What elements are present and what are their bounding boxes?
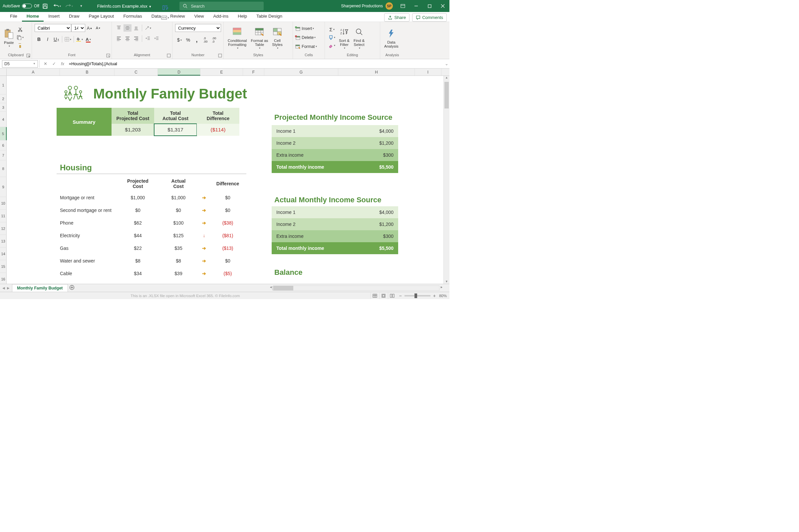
- row-header-13[interactable]: 13: [0, 235, 7, 248]
- col-header-H[interactable]: H: [338, 69, 415, 76]
- align-center-icon[interactable]: [124, 35, 131, 42]
- row-headers[interactable]: 12345678910111213141516: [0, 76, 7, 284]
- row-header-16[interactable]: 16: [0, 273, 7, 284]
- minimize-icon[interactable]: [409, 0, 423, 12]
- row-header-5[interactable]: 5: [0, 127, 7, 140]
- autosum-icon[interactable]: Σ▾: [328, 26, 336, 33]
- col-header-B[interactable]: B: [60, 69, 114, 76]
- fill-color-icon[interactable]: ▾: [76, 36, 83, 43]
- align-right-icon[interactable]: [132, 35, 140, 42]
- col-header-E[interactable]: E: [200, 69, 243, 76]
- percent-icon[interactable]: %: [184, 36, 192, 43]
- file-name[interactable]: FileInfo.com Example.xlsx ▼: [97, 4, 152, 8]
- expand-formula-bar-icon[interactable]: ⌄: [443, 61, 449, 66]
- tab-page-layout[interactable]: Page Layout: [84, 12, 119, 22]
- font-color-icon[interactable]: A▾: [84, 36, 92, 43]
- decrease-font-icon[interactable]: A▼: [94, 24, 102, 32]
- delete-cells-button[interactable]: Delete▾: [294, 35, 316, 40]
- find-select-button[interactable]: Find & Select▾: [352, 25, 367, 50]
- font-name-select[interactable]: Calibri: [35, 24, 71, 32]
- decrease-indent-icon[interactable]: [144, 35, 152, 42]
- align-middle-icon[interactable]: [124, 24, 131, 32]
- format-as-table-button[interactable]: Format as Table▾: [249, 25, 270, 50]
- tab-draw[interactable]: Draw: [64, 12, 84, 22]
- alignment-launcher-icon[interactable]: [167, 54, 171, 58]
- horizontal-scrollbar[interactable]: ◄►: [273, 285, 440, 291]
- merge-icon[interactable]: ▾: [161, 14, 169, 21]
- fill-icon[interactable]: ▾: [328, 34, 336, 41]
- row-header-4[interactable]: 4: [0, 112, 7, 127]
- align-left-icon[interactable]: [115, 35, 123, 42]
- col-header-C[interactable]: C: [114, 69, 158, 76]
- font-launcher-icon[interactable]: [106, 54, 110, 58]
- cell-styles-button[interactable]: Cell Styles▾: [270, 25, 284, 50]
- zoom-level[interactable]: 80%: [439, 294, 447, 298]
- col-header-F[interactable]: F: [243, 69, 264, 76]
- col-header-A[interactable]: A: [7, 69, 60, 76]
- cancel-formula-icon[interactable]: ✕: [41, 60, 50, 68]
- decrease-decimal-icon[interactable]: .00.0: [210, 36, 218, 43]
- italic-icon[interactable]: I: [43, 36, 52, 43]
- normal-view-icon[interactable]: [371, 292, 379, 299]
- search-box[interactable]: Search: [180, 2, 264, 10]
- tab-view[interactable]: View: [189, 12, 208, 22]
- sort-filter-button[interactable]: AZ Sort & Filter▾: [337, 25, 352, 50]
- data-analysis-button[interactable]: Data Analysis: [382, 26, 401, 49]
- ribbon-display-icon[interactable]: [396, 0, 409, 12]
- add-sheet-button[interactable]: [68, 285, 76, 291]
- number-launcher-icon[interactable]: [218, 54, 222, 58]
- autosave-toggle[interactable]: AutoSave Off: [3, 4, 39, 8]
- font-size-select[interactable]: 14: [71, 24, 85, 32]
- wrap-text-icon[interactable]: [161, 4, 169, 11]
- align-bottom-icon[interactable]: [132, 24, 140, 32]
- row-header-2[interactable]: 2: [0, 94, 7, 103]
- formula-input[interactable]: [67, 60, 443, 68]
- format-painter-icon[interactable]: [16, 42, 24, 49]
- borders-icon[interactable]: ▾: [64, 36, 72, 43]
- row-header-7[interactable]: 7: [0, 150, 7, 160]
- customize-qat-icon[interactable]: ▼: [77, 2, 85, 10]
- share-button[interactable]: Share: [384, 13, 409, 22]
- zoom-out-button[interactable]: −: [399, 293, 402, 299]
- bold-icon[interactable]: B: [35, 36, 43, 43]
- tab-file[interactable]: File: [5, 12, 22, 22]
- row-header-6[interactable]: 6: [0, 140, 7, 150]
- spreadsheet-grid[interactable]: ABCDEFGHI 12345678910111213141516 Monthl…: [0, 69, 449, 284]
- increase-indent-icon[interactable]: [152, 35, 161, 42]
- align-top-icon[interactable]: [115, 24, 123, 32]
- row-header-10[interactable]: 10: [0, 197, 7, 210]
- user-account[interactable]: Sharpened Productions SP: [341, 2, 393, 10]
- row-header-8[interactable]: 8: [0, 160, 7, 177]
- copy-icon[interactable]: ▾: [16, 34, 24, 41]
- tab-review[interactable]: Review: [165, 12, 189, 22]
- clipboard-launcher-icon[interactable]: [26, 54, 30, 58]
- maximize-icon[interactable]: [423, 0, 436, 12]
- fx-icon[interactable]: fx: [58, 60, 67, 68]
- number-format-select[interactable]: Currency: [175, 24, 221, 32]
- zoom-in-button[interactable]: +: [433, 293, 436, 299]
- name-box[interactable]: D5▼: [2, 60, 38, 68]
- increase-decimal-icon[interactable]: .0.00: [201, 36, 209, 43]
- vertical-scrollbar[interactable]: ▲ ▼: [443, 76, 449, 284]
- cut-icon[interactable]: [16, 26, 24, 33]
- col-header-I[interactable]: I: [415, 69, 442, 76]
- tab-help[interactable]: Help: [233, 12, 252, 22]
- row-header-12[interactable]: 12: [0, 222, 7, 235]
- select-all-corner[interactable]: [0, 69, 7, 76]
- undo-icon[interactable]: ▾: [53, 2, 61, 10]
- insert-cells-button[interactable]: Insert▾: [294, 26, 315, 31]
- tab-table-design[interactable]: Table Design: [252, 12, 287, 22]
- tab-insert[interactable]: Insert: [43, 12, 64, 22]
- comma-icon[interactable]: ,: [193, 36, 201, 43]
- row-header-9[interactable]: 9: [0, 177, 7, 197]
- save-icon[interactable]: [41, 2, 49, 10]
- enter-formula-icon[interactable]: ✓: [50, 60, 58, 68]
- format-cells-button[interactable]: Format▾: [294, 44, 318, 49]
- col-header-D[interactable]: D: [158, 69, 200, 76]
- orientation-icon[interactable]: ▾: [144, 24, 152, 32]
- row-header-11[interactable]: 11: [0, 210, 7, 222]
- sheet-tab[interactable]: Monthly Family Budget: [12, 284, 68, 292]
- page-layout-view-icon[interactable]: [379, 292, 388, 299]
- accounting-icon[interactable]: $▾: [175, 36, 183, 43]
- underline-icon[interactable]: U▾: [52, 36, 60, 43]
